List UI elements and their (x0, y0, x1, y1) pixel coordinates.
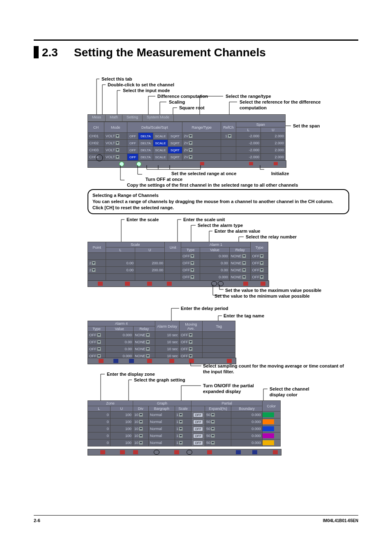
dropdown-icon[interactable] (242, 254, 246, 258)
dropdown-icon[interactable] (189, 155, 193, 159)
hdr-ch[interactable]: CH (88, 122, 104, 133)
dropdown-icon[interactable] (211, 413, 215, 417)
dropdown-icon[interactable] (115, 148, 120, 152)
table-row[interactable]: CH02VOLTOFFDELTASCALESQRT2V-2.0002.000 (88, 140, 286, 147)
dropdown-icon[interactable] (211, 434, 215, 438)
grid-alarm4[interactable]: Alarm 4 Alarm Delay Moving Ave. Tag Type… (88, 321, 235, 360)
dropdown-icon[interactable] (211, 420, 215, 424)
dropdown-icon[interactable] (189, 134, 193, 138)
tab-meas[interactable]: Meas (88, 115, 106, 121)
dropdown-icon[interactable] (211, 441, 215, 445)
dropdown-icon[interactable] (115, 134, 120, 138)
g2-ic2[interactable] (125, 282, 130, 286)
dropdown-icon[interactable] (190, 254, 194, 258)
dropdown-icon[interactable] (190, 275, 194, 279)
table-row[interactable]: CH01VOLTOFFDELTASCALESQRT2V1-2.0002.000 (88, 133, 286, 140)
color-swatch[interactable] (263, 440, 274, 445)
tab-setting[interactable]: Setting (122, 115, 143, 121)
g3-ic2[interactable] (113, 359, 118, 363)
dropdown-icon[interactable] (146, 333, 150, 337)
g4-ic10[interactable] (273, 450, 278, 454)
color-swatch[interactable] (263, 412, 274, 417)
g3-ic4[interactable] (147, 359, 152, 363)
table-row[interactable]: CH04VOLTOFFDELTASCALESQRT2V-2.0002.000 (88, 154, 286, 161)
dropdown-icon[interactable] (92, 261, 96, 265)
dropdown-icon[interactable] (179, 434, 183, 438)
dropdown-icon[interactable] (146, 340, 150, 344)
dropdown-icon[interactable] (179, 441, 183, 445)
tool-span-icon1[interactable] (249, 162, 253, 165)
g3-ic3[interactable] (129, 359, 134, 363)
dropdown-icon[interactable] (115, 141, 120, 145)
g2-ic3[interactable] (147, 282, 152, 286)
g4-ic3[interactable] (133, 450, 138, 454)
tool-span-icon2[interactable] (274, 162, 278, 165)
color-swatch[interactable] (263, 426, 274, 431)
dropdown-icon[interactable] (139, 413, 143, 417)
tab-strip[interactable]: Meas Math Setting System Mode (88, 114, 286, 122)
g4-ic9[interactable] (252, 450, 257, 454)
table-row[interactable]: OFF0.000NONE10 secOFF (88, 332, 235, 339)
dropdown-icon[interactable] (260, 254, 264, 258)
g2-ic1[interactable] (98, 282, 103, 286)
dropdown-icon[interactable] (189, 340, 193, 344)
table-row[interactable]: OFF0.00NONE10 secOFF (88, 339, 235, 346)
dropdown-icon[interactable] (189, 148, 193, 152)
g4-ic7[interactable] (207, 450, 212, 454)
g4-ic1[interactable] (100, 450, 105, 454)
tool-range-icon[interactable] (200, 162, 204, 165)
table-row[interactable]: OFF0.000NONEOFF (88, 274, 268, 281)
g3-ic1[interactable] (99, 359, 104, 363)
dropdown-icon[interactable] (97, 347, 101, 351)
dropdown-icon[interactable] (228, 134, 232, 138)
table-row[interactable]: 010010Normal1OFF500.000 (88, 426, 281, 432)
dropdown-icon[interactable] (179, 427, 183, 431)
table-row[interactable]: 010010Normal1OFF500.000 (88, 412, 281, 419)
grid-scale-alarm[interactable]: Point Scale Unit Alarm 1 Type L U Type V… (88, 242, 268, 281)
dropdown-icon[interactable] (190, 268, 194, 272)
table-row[interactable]: 010010Normal1OFF500.000 (88, 419, 281, 426)
tab-system[interactable]: System Mode (143, 115, 174, 121)
table-row[interactable]: OFF0.000NONEOFF (88, 253, 268, 260)
dropdown-icon[interactable] (211, 427, 215, 431)
dropdown-icon[interactable] (242, 261, 246, 265)
grid-channels[interactable]: CH Mode Delta/Scale/Sqrt Range/Type RefC… (88, 122, 286, 161)
dropdown-icon[interactable] (260, 275, 264, 279)
dropdown-icon[interactable] (179, 420, 183, 424)
table-row[interactable]: 20.00200.00OFF0.00NONEOFF (88, 267, 268, 274)
color-swatch[interactable] (263, 433, 274, 438)
dropdown-icon[interactable] (139, 420, 143, 424)
table-row[interactable]: 20.00200.00OFF0.00NONEOFF (88, 260, 268, 267)
dropdown-icon[interactable] (260, 268, 264, 272)
g4-ic6[interactable] (187, 450, 192, 455)
dropdown-icon[interactable] (115, 155, 120, 159)
dropdown-icon[interactable] (179, 413, 183, 417)
dropdown-icon[interactable] (146, 347, 150, 351)
grid-display[interactable]: Zone Graph Partial Color L U Div Bargrap… (88, 400, 281, 446)
dropdown-icon[interactable] (139, 441, 143, 445)
g4-ic2[interactable] (120, 450, 125, 454)
table-row[interactable]: CH03VOLTOFFDELTASCALESQRT2V-2.0002.000 (88, 147, 286, 154)
dropdown-icon[interactable] (139, 434, 143, 438)
dropdown-icon[interactable] (97, 340, 101, 344)
dropdown-icon[interactable] (97, 333, 101, 337)
g2-ic4[interactable] (167, 282, 172, 286)
dropdown-icon[interactable] (242, 268, 246, 272)
tab-math[interactable]: Math (106, 115, 122, 121)
dropdown-icon[interactable] (139, 427, 143, 431)
dropdown-icon[interactable] (189, 141, 193, 145)
g3-ic5[interactable] (169, 359, 174, 363)
dropdown-icon[interactable] (92, 268, 96, 272)
dropdown-icon[interactable] (190, 261, 194, 265)
g4-ic4[interactable] (154, 450, 159, 455)
table-row[interactable]: OFF0.00NONE10 secOFF (88, 346, 235, 353)
table-row[interactable]: 010010Normal1OFF500.000 (88, 432, 281, 439)
dropdown-icon[interactable] (242, 275, 246, 279)
dropdown-icon[interactable] (189, 347, 193, 351)
dropdown-icon[interactable] (189, 333, 193, 337)
color-swatch[interactable] (263, 419, 274, 424)
dropdown-icon[interactable] (260, 261, 264, 265)
g4-ic8[interactable] (236, 450, 241, 454)
g4-ic5[interactable] (174, 450, 179, 454)
table-row[interactable]: 010010Normal1OFF500.000 (88, 439, 281, 446)
